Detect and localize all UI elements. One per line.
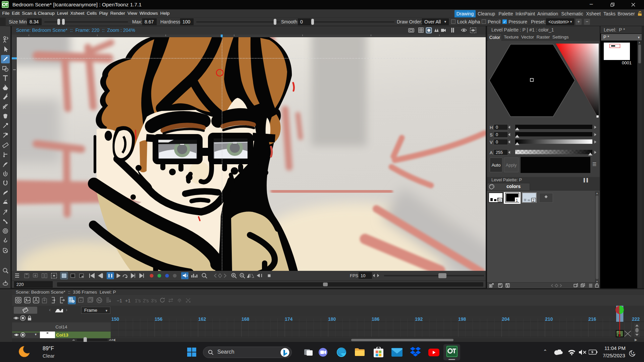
svg-text:216: 216	[588, 316, 596, 322]
svg-text:174: 174	[285, 316, 293, 322]
svg-text:H: H	[490, 125, 493, 130]
svg-text:210: 210	[545, 316, 553, 322]
svg-text:0: 0	[496, 125, 498, 130]
svg-text:168: 168	[241, 316, 250, 322]
svg-text:1: 1	[516, 198, 518, 203]
svg-text:0: 0	[496, 140, 498, 144]
svg-text:150: 150	[111, 316, 119, 322]
svg-text:180: 180	[328, 316, 336, 322]
svg-text:162: 162	[198, 316, 206, 322]
svg-text:A: A	[490, 150, 493, 155]
svg-text:186: 186	[372, 316, 380, 322]
svg-text:−1: −1	[117, 298, 122, 303]
svg-text:2: 2	[533, 198, 535, 202]
svg-text:+1: +1	[125, 298, 130, 303]
svg-text:198: 198	[458, 316, 466, 322]
svg-text:0: 0	[499, 198, 501, 202]
svg-text:FPS: FPS	[350, 273, 359, 278]
svg-text:156: 156	[155, 316, 163, 322]
svg-text:255: 255	[496, 150, 503, 155]
svg-text:V: V	[490, 140, 493, 145]
svg-text:1's: 1's	[135, 298, 141, 303]
svg-text:S: S	[490, 132, 493, 137]
svg-text:222: 222	[632, 316, 640, 322]
svg-text:204: 204	[502, 316, 510, 322]
svg-text:10: 10	[361, 273, 365, 278]
svg-text:3's: 3's	[151, 298, 157, 303]
svg-text:z: z	[634, 354, 635, 356]
svg-text:192: 192	[415, 316, 423, 322]
svg-text:0: 0	[496, 132, 498, 137]
svg-text:2's: 2's	[143, 298, 149, 303]
